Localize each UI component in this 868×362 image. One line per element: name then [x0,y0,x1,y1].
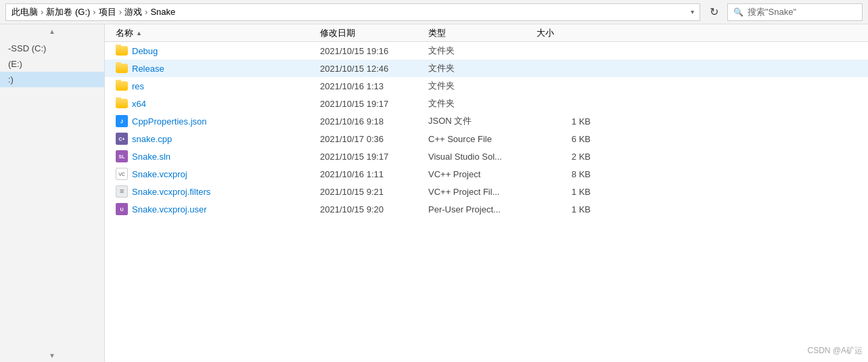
file-name-cell: U Snake.vcxproj.user [110,203,320,215]
table-row[interactable]: x64 2021/10/15 19:17 文件夹 [105,95,868,112]
file-type-cell: JSON 文件 [428,115,536,127]
file-name-cell: Release [110,62,320,74]
sidebar-item-c[interactable]: -SSD (C:) [0,41,104,56]
file-date-cell: 2021/10/17 0:36 [320,134,428,144]
file-name-cell: J CppProperties.json [110,115,320,127]
table-row[interactable]: SL Snake.sln 2021/10/15 19:17 Visual Stu… [105,148,868,165]
breadcrumb-snake: Snake [150,7,175,17]
file-type-cell: Visual Studio Sol... [428,152,536,162]
table-row[interactable]: ☰ Snake.vcxproj.filters 2021/10/15 9:21 … [105,183,868,200]
file-name-label: x64 [132,99,146,109]
file-date-cell: 2021/10/15 9:21 [320,187,428,197]
table-row[interactable]: VC Snake.vcxproj 2021/10/16 1:11 VC++ Pr… [105,165,868,183]
sort-arrow-icon: ▲ [136,30,142,37]
file-name-cell: res [110,80,320,92]
file-size-cell: 1 KB [536,187,591,197]
watermark: CSDN @A矿运 [807,345,863,357]
folder-icon [116,99,128,108]
sidebar-scroll-down[interactable]: ▼ [0,348,104,362]
file-date-cell: 2021/10/16 1:11 [320,169,428,179]
search-bar[interactable]: 🔍 搜索"Snake" [727,3,863,21]
file-type-cell: Per-User Project... [428,204,536,214]
file-date-cell: 2021/10/15 9:20 [320,204,428,214]
table-row[interactable]: U Snake.vcxproj.user 2021/10/15 9:20 Per… [105,200,868,218]
file-name-label: CppProperties.json [132,116,207,127]
sidebar-item-e[interactable]: (E:) [0,56,104,72]
breadcrumb-this-pc[interactable]: 此电脑 [12,6,38,18]
search-icon: 🔍 [733,7,744,17]
file-date-cell: 2021/10/16 9:18 [320,116,428,127]
top-bar: 此电脑 › 新加卷 (G:) › 项目 › 游戏 › Snake ▾ ↻ 🔍 搜… [0,0,868,24]
file-date-cell: 2021/10/15 19:16 [320,46,428,56]
table-row[interactable]: C+ snake.cpp 2021/10/17 0:36 C++ Source … [105,130,868,148]
file-size-cell: 6 KB [536,134,591,144]
file-type-cell: 文件夹 [428,62,536,74]
file-name-label: Debug [132,46,158,56]
folder-icon [116,64,128,73]
column-header-size[interactable]: 大小 [536,27,591,39]
table-row[interactable]: Debug 2021/10/15 19:16 文件夹 [105,42,868,60]
search-placeholder: 搜索"Snake" [748,6,796,18]
file-date-cell: 2021/10/15 19:17 [320,99,428,109]
column-header-date[interactable]: 修改日期 [320,27,428,39]
file-size-cell: 1 KB [536,204,591,214]
sln-icon: SL [116,150,128,162]
json-icon: J [116,115,128,127]
file-name-label: Snake.vcxproj [132,169,187,179]
file-type-cell: 文件夹 [428,80,536,92]
file-name-label: Release [132,64,164,74]
vcxproj-icon: VC [116,168,128,180]
file-name-label: Snake.sln [132,152,170,162]
file-date-cell: 2021/10/15 19:17 [320,152,428,162]
column-header-type[interactable]: 类型 [428,27,536,39]
refresh-button[interactable]: ↻ [704,3,723,22]
file-type-cell: 文件夹 [428,97,536,110]
breadcrumb-project[interactable]: 项目 [99,6,116,18]
folder-icon [116,46,128,55]
file-name-cell: VC Snake.vcxproj [110,168,320,180]
column-header-name[interactable]: 名称 ▲ [110,27,320,39]
file-type-cell: VC++ Project [428,169,536,179]
file-list-header: 名称 ▲ 修改日期 类型 大小 [105,24,868,42]
file-type-cell: VC++ Project Fil... [428,187,536,197]
file-date-cell: 2021/10/15 12:46 [320,64,428,74]
file-date-cell: 2021/10/16 1:13 [320,81,428,91]
table-row[interactable]: res 2021/10/16 1:13 文件夹 [105,77,868,95]
file-size-cell: 2 KB [536,152,591,162]
address-bar[interactable]: 此电脑 › 新加卷 (G:) › 项目 › 游戏 › Snake ▾ [5,3,700,21]
file-type-cell: 文件夹 [428,45,536,57]
cpp-icon: C+ [116,133,128,145]
table-row[interactable]: Release 2021/10/15 12:46 文件夹 [105,60,868,77]
file-name-cell: x64 [110,97,320,110]
sidebar-content: -SSD (C:) (E:) :) [0,38,104,348]
breadcrumb-g-drive[interactable]: 新加卷 (G:) [46,6,90,18]
sidebar-item-selected[interactable]: :) [0,72,104,87]
file-list: Debug 2021/10/15 19:16 文件夹 Release 2021/… [105,42,868,362]
file-name-label: res [132,81,144,91]
main-content: ▲ -SSD (C:) (E:) :) ▼ 名称 ▲ 修改日期 类型 大小 De… [0,24,868,362]
filters-icon: ☰ [116,185,128,198]
file-name-cell: ☰ Snake.vcxproj.filters [110,185,320,198]
file-name-cell: Debug [110,45,320,57]
file-name-cell: C+ snake.cpp [110,133,320,145]
table-row[interactable]: J CppProperties.json 2021/10/16 9:18 JSO… [105,112,868,130]
sidebar: ▲ -SSD (C:) (E:) :) ▼ [0,24,105,362]
breadcrumb-dropdown-icon[interactable]: ▾ [691,8,694,16]
folder-icon [116,81,128,91]
file-area: 名称 ▲ 修改日期 类型 大小 Debug 2021/10/15 19:16 文… [105,24,868,362]
file-name-label: Snake.vcxproj.user [132,204,207,214]
user-icon: U [116,203,128,215]
breadcrumb-games[interactable]: 游戏 [124,6,142,18]
file-name-label: snake.cpp [132,134,172,144]
file-type-cell: C++ Source File [428,134,536,144]
file-name-cell: SL Snake.sln [110,150,320,162]
sidebar-scroll-up[interactable]: ▲ [0,24,104,38]
file-size-cell: 8 KB [536,169,591,179]
file-name-label: Snake.vcxproj.filters [132,187,210,197]
file-size-cell: 1 KB [536,116,591,127]
